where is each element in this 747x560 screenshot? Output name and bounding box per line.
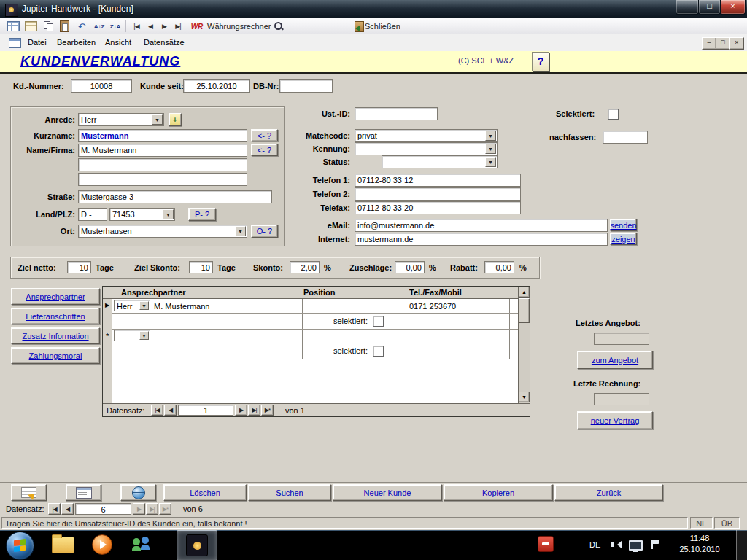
land-field[interactable]: D - — [78, 208, 107, 221]
contact-tel-cell[interactable]: 0171 253670 — [409, 302, 456, 311]
zurueck-button[interactable]: Zurück — [554, 484, 663, 501]
card-view-button[interactable] — [66, 484, 101, 501]
internet-field[interactable]: mustermann.de — [355, 233, 608, 246]
window-close-button[interactable]: × — [720, 0, 746, 15]
web-button[interactable] — [120, 484, 156, 501]
contacts-nav-new-record-button[interactable]: ▶* — [261, 405, 274, 416]
anrede-combobox[interactable]: Herr ▼ — [78, 113, 164, 126]
tab-ansprechpartner[interactable]: Ansprechpartner — [11, 288, 100, 305]
record-next-icon[interactable]: ▶ — [157, 20, 171, 33]
rabatt-field[interactable]: 0,00 — [484, 261, 514, 273]
add-anrede-button[interactable]: + — [169, 113, 182, 126]
letztes-angebot-field[interactable] — [594, 332, 649, 345]
ziel-netto-field[interactable]: 10 — [67, 261, 91, 273]
name-firma-field[interactable]: M. Mustermann — [78, 144, 247, 157]
kennung-combobox[interactable]: ▼ — [355, 142, 498, 155]
telefax-field[interactable]: 07112-80 33 20 — [355, 201, 521, 214]
network-icon[interactable] — [629, 540, 643, 551]
letzte-rechnung-field[interactable] — [594, 393, 649, 405]
plz-combobox[interactable]: 71453 ▼ — [109, 208, 175, 221]
menu-bearbeiten[interactable]: Bearbeiten — [57, 38, 96, 47]
skonto-field[interactable]: 2,00 — [290, 261, 320, 273]
window-maximize-button[interactable]: □ — [698, 0, 721, 15]
contacts-scrollbar[interactable]: ▲ ▼ — [518, 287, 530, 403]
main-nav-first-button[interactable]: |◀ — [48, 503, 61, 515]
neuer-vertrag-button[interactable]: neuer Vertrag — [577, 411, 653, 429]
ort-search-button[interactable]: O- ? — [251, 225, 278, 238]
contact-selektiert-checkbox[interactable] — [373, 316, 384, 327]
contacts-nav-next-button[interactable]: ▶ — [235, 405, 247, 416]
currency-calculator-label[interactable]: Währungsrechner — [207, 22, 271, 31]
scroll-up-icon[interactable]: ▲ — [519, 287, 530, 298]
language-indicator[interactable]: DE — [589, 540, 600, 549]
volume-icon[interactable] — [611, 540, 622, 549]
contacts-record-number-field[interactable]: 1 — [178, 405, 233, 416]
zuschlaege-field[interactable]: 0,00 — [395, 261, 425, 273]
internet-show-button[interactable]: zeigen — [610, 233, 637, 245]
selektiert-checkbox[interactable] — [608, 109, 619, 120]
taskbar-jupiter-app-button[interactable] — [177, 530, 217, 560]
kunde-seit-field[interactable]: 25.10.2010 — [183, 79, 250, 93]
chevron-down-icon[interactable]: ▼ — [139, 301, 149, 310]
main-nav-next-button[interactable]: ▶ — [133, 503, 145, 515]
menu-ansicht[interactable]: Ansicht — [105, 38, 131, 47]
strasse-field[interactable]: Mustergasse 3 — [78, 190, 272, 203]
mdi-close-button[interactable]: × — [729, 37, 744, 50]
contact-anrede-combobox[interactable]: Herr ▼ — [114, 300, 150, 311]
nachfassen-field[interactable] — [603, 131, 648, 144]
ust-id-field[interactable] — [355, 107, 438, 120]
kurzname-field[interactable]: Mustermann — [78, 129, 247, 142]
start-button[interactable] — [6, 532, 34, 560]
sort-ascending-icon[interactable]: A↓Z — [92, 20, 107, 33]
tab-lieferanschriften[interactable]: Lieferanschriften — [11, 308, 100, 324]
zum-angebot-button[interactable]: zum Angebot — [577, 351, 653, 369]
close-form-icon[interactable] — [352, 20, 366, 33]
chevron-down-icon[interactable]: ▼ — [485, 144, 496, 154]
record-last-icon[interactable]: ▶| — [171, 20, 185, 33]
menu-datensaetze[interactable]: Datensätze — [144, 38, 185, 47]
new-contact-anrede-combobox[interactable]: ▼ — [114, 330, 150, 341]
taskbar-clock[interactable]: 11:48 25.10.2010 — [668, 533, 731, 555]
show-desktop-button[interactable] — [736, 530, 747, 560]
kd-nummer-field[interactable]: 10008 — [71, 79, 132, 93]
scrollbar-thumb[interactable] — [519, 298, 530, 323]
record-first-icon[interactable]: |◀ — [129, 20, 144, 33]
name-firma-field-3[interactable] — [78, 173, 247, 186]
chevron-down-icon[interactable]: ▼ — [152, 114, 163, 125]
db-nr-field[interactable] — [279, 79, 333, 93]
telefon2-field[interactable] — [355, 187, 521, 201]
design-view-icon[interactable] — [23, 20, 38, 33]
contacts-nav-last-button[interactable]: ▶| — [248, 405, 260, 416]
tray-alert-icon[interactable] — [538, 536, 554, 552]
taskbar-messenger-button[interactable] — [125, 530, 158, 559]
kopieren-button[interactable]: Kopieren — [444, 484, 553, 501]
datasheet-icon[interactable] — [6, 20, 20, 33]
window-minimize-button[interactable]: – — [676, 0, 699, 15]
name-firma-field-2[interactable] — [78, 158, 247, 171]
taskbar-explorer-button[interactable] — [47, 530, 79, 559]
tab-zusatz-information[interactable]: Zusatz Information — [11, 327, 100, 344]
loeschen-button[interactable]: Löschen — [163, 484, 247, 501]
mdi-minimize-button[interactable]: – — [702, 37, 716, 50]
menu-datei[interactable]: Datei — [28, 38, 47, 47]
currency-calculator-icon[interactable]: WR — [190, 20, 204, 33]
kurzname-lookup-button[interactable]: <- ? — [251, 129, 278, 141]
contact-name-cell[interactable]: M. Mustermann — [154, 302, 209, 311]
chevron-down-icon[interactable]: ▼ — [235, 226, 246, 236]
new-contact-selektiert-checkbox[interactable] — [373, 346, 384, 357]
paste-icon[interactable] — [57, 20, 71, 33]
main-nav-previous-button[interactable]: ◀ — [61, 503, 74, 515]
action-center-flag-icon[interactable] — [651, 540, 659, 549]
help-button[interactable]: ? — [532, 52, 549, 71]
main-nav-last-button[interactable]: ▶| — [146, 503, 158, 515]
email-field[interactable]: info@mustermann.de — [355, 219, 608, 232]
name-lookup-button[interactable]: <- ? — [251, 144, 278, 156]
chevron-down-icon[interactable]: ▼ — [485, 131, 496, 141]
contacts-nav-previous-button[interactable]: ◀ — [164, 405, 177, 416]
print-letter-button[interactable] — [11, 484, 47, 501]
search-icon[interactable] — [271, 20, 286, 33]
sort-descending-icon[interactable]: Z↓A — [108, 20, 123, 33]
undo-icon[interactable]: ↶ — [74, 20, 89, 33]
matchcode-combobox[interactable]: privat ▼ — [355, 129, 498, 142]
main-nav-new-record-button[interactable]: ▶* — [159, 503, 171, 515]
